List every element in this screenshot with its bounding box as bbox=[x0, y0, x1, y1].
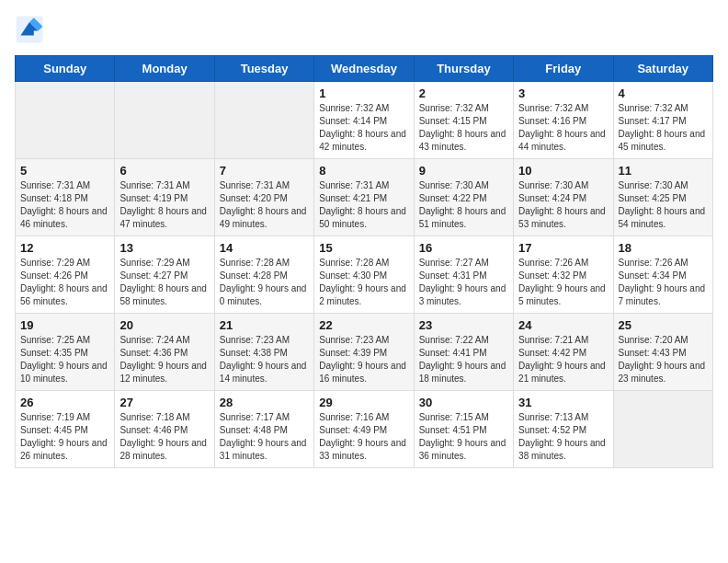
day-info: Sunrise: 7:18 AMSunset: 4:46 PMDaylight:… bbox=[119, 411, 209, 463]
calendar-cell: 30Sunrise: 7:15 AMSunset: 4:51 PMDayligh… bbox=[414, 391, 513, 468]
logo-icon bbox=[15, 15, 44, 44]
calendar-cell: 7Sunrise: 7:31 AMSunset: 4:20 PMDaylight… bbox=[214, 159, 313, 236]
day-info: Sunrise: 7:16 AMSunset: 4:49 PMDaylight:… bbox=[319, 411, 408, 463]
calendar-cell bbox=[613, 391, 712, 468]
day-info: Sunrise: 7:30 AMSunset: 4:25 PMDaylight:… bbox=[619, 179, 708, 231]
day-info: Sunrise: 7:30 AMSunset: 4:22 PMDaylight:… bbox=[419, 179, 508, 231]
day-number: 12 bbox=[20, 241, 109, 255]
calendar-cell: 6Sunrise: 7:31 AMSunset: 4:19 PMDaylight… bbox=[115, 159, 214, 236]
col-header-sunday: Sunday bbox=[16, 56, 115, 82]
calendar-cell: 22Sunrise: 7:23 AMSunset: 4:39 PMDayligh… bbox=[314, 314, 414, 391]
calendar-cell: 2Sunrise: 7:32 AMSunset: 4:15 PMDaylight… bbox=[414, 82, 513, 159]
calendar-cell: 27Sunrise: 7:18 AMSunset: 4:46 PMDayligh… bbox=[115, 391, 214, 468]
day-info: Sunrise: 7:13 AMSunset: 4:52 PMDaylight:… bbox=[518, 411, 608, 463]
day-info: Sunrise: 7:31 AMSunset: 4:21 PMDaylight:… bbox=[319, 179, 408, 231]
calendar-cell: 13Sunrise: 7:29 AMSunset: 4:27 PMDayligh… bbox=[115, 236, 214, 314]
calendar-cell: 17Sunrise: 7:26 AMSunset: 4:32 PMDayligh… bbox=[514, 236, 613, 314]
calendar-cell: 21Sunrise: 7:23 AMSunset: 4:38 PMDayligh… bbox=[214, 314, 313, 391]
col-header-friday: Friday bbox=[514, 56, 613, 82]
day-number: 18 bbox=[619, 241, 708, 255]
day-number: 7 bbox=[220, 164, 309, 178]
day-info: Sunrise: 7:31 AMSunset: 4:18 PMDaylight:… bbox=[20, 179, 109, 231]
calendar-cell: 5Sunrise: 7:31 AMSunset: 4:18 PMDaylight… bbox=[16, 159, 115, 236]
col-header-tuesday: Tuesday bbox=[214, 56, 313, 82]
day-number: 30 bbox=[419, 396, 508, 409]
logo bbox=[15, 15, 48, 44]
day-number: 31 bbox=[518, 396, 608, 409]
calendar-cell bbox=[16, 82, 115, 159]
day-info: Sunrise: 7:32 AMSunset: 4:14 PMDaylight:… bbox=[319, 102, 408, 154]
day-number: 26 bbox=[20, 396, 109, 409]
day-number: 25 bbox=[619, 318, 708, 332]
day-number: 8 bbox=[319, 164, 408, 178]
day-number: 21 bbox=[220, 318, 309, 332]
calendar-cell: 25Sunrise: 7:20 AMSunset: 4:43 PMDayligh… bbox=[613, 314, 712, 391]
calendar-cell: 4Sunrise: 7:32 AMSunset: 4:17 PMDaylight… bbox=[613, 82, 712, 159]
day-info: Sunrise: 7:30 AMSunset: 4:24 PMDaylight:… bbox=[518, 179, 608, 231]
col-header-wednesday: Wednesday bbox=[314, 56, 414, 82]
day-info: Sunrise: 7:26 AMSunset: 4:34 PMDaylight:… bbox=[619, 257, 708, 308]
day-number: 29 bbox=[319, 396, 408, 409]
calendar-cell: 16Sunrise: 7:27 AMSunset: 4:31 PMDayligh… bbox=[414, 236, 513, 314]
day-number: 14 bbox=[220, 241, 309, 255]
day-number: 10 bbox=[518, 164, 608, 178]
day-number: 6 bbox=[119, 164, 209, 178]
calendar-cell: 31Sunrise: 7:13 AMSunset: 4:52 PMDayligh… bbox=[514, 391, 613, 468]
day-info: Sunrise: 7:20 AMSunset: 4:43 PMDaylight:… bbox=[619, 334, 708, 385]
day-info: Sunrise: 7:32 AMSunset: 4:15 PMDaylight:… bbox=[419, 102, 508, 154]
day-info: Sunrise: 7:26 AMSunset: 4:32 PMDaylight:… bbox=[518, 257, 608, 308]
col-header-saturday: Saturday bbox=[613, 56, 712, 82]
calendar-cell bbox=[214, 82, 313, 159]
day-info: Sunrise: 7:28 AMSunset: 4:28 PMDaylight:… bbox=[220, 257, 309, 308]
calendar-cell bbox=[115, 82, 214, 159]
day-info: Sunrise: 7:32 AMSunset: 4:17 PMDaylight:… bbox=[619, 102, 708, 154]
day-info: Sunrise: 7:17 AMSunset: 4:48 PMDaylight:… bbox=[220, 411, 309, 463]
calendar-cell: 15Sunrise: 7:28 AMSunset: 4:30 PMDayligh… bbox=[314, 236, 414, 314]
day-number: 17 bbox=[518, 241, 608, 255]
calendar-cell: 19Sunrise: 7:25 AMSunset: 4:35 PMDayligh… bbox=[16, 314, 115, 391]
day-info: Sunrise: 7:25 AMSunset: 4:35 PMDaylight:… bbox=[20, 334, 109, 385]
calendar-cell: 24Sunrise: 7:21 AMSunset: 4:42 PMDayligh… bbox=[514, 314, 613, 391]
day-number: 22 bbox=[319, 318, 408, 332]
day-number: 3 bbox=[518, 86, 608, 100]
day-number: 9 bbox=[419, 164, 508, 178]
calendar-cell: 28Sunrise: 7:17 AMSunset: 4:48 PMDayligh… bbox=[214, 391, 313, 468]
day-number: 13 bbox=[119, 241, 209, 255]
calendar-cell: 23Sunrise: 7:22 AMSunset: 4:41 PMDayligh… bbox=[414, 314, 513, 391]
day-number: 5 bbox=[20, 164, 109, 178]
calendar-cell: 3Sunrise: 7:32 AMSunset: 4:16 PMDaylight… bbox=[514, 82, 613, 159]
calendar-cell: 12Sunrise: 7:29 AMSunset: 4:26 PMDayligh… bbox=[16, 236, 115, 314]
day-info: Sunrise: 7:21 AMSunset: 4:42 PMDaylight:… bbox=[518, 334, 608, 385]
day-number: 19 bbox=[20, 318, 109, 332]
day-number: 15 bbox=[319, 241, 408, 255]
day-number: 24 bbox=[518, 318, 608, 332]
calendar-cell: 9Sunrise: 7:30 AMSunset: 4:22 PMDaylight… bbox=[414, 159, 513, 236]
day-info: Sunrise: 7:24 AMSunset: 4:36 PMDaylight:… bbox=[119, 334, 209, 385]
day-info: Sunrise: 7:23 AMSunset: 4:39 PMDaylight:… bbox=[319, 334, 408, 385]
day-number: 23 bbox=[419, 318, 508, 332]
day-number: 1 bbox=[319, 86, 408, 100]
calendar-cell: 11Sunrise: 7:30 AMSunset: 4:25 PMDayligh… bbox=[613, 159, 712, 236]
day-number: 16 bbox=[419, 241, 508, 255]
day-info: Sunrise: 7:15 AMSunset: 4:51 PMDaylight:… bbox=[419, 411, 508, 463]
day-info: Sunrise: 7:32 AMSunset: 4:16 PMDaylight:… bbox=[518, 102, 608, 154]
page-header bbox=[15, 15, 713, 44]
day-number: 27 bbox=[119, 396, 209, 409]
calendar-cell: 8Sunrise: 7:31 AMSunset: 4:21 PMDaylight… bbox=[314, 159, 414, 236]
day-number: 28 bbox=[220, 396, 309, 409]
day-number: 20 bbox=[119, 318, 209, 332]
calendar-cell: 1Sunrise: 7:32 AMSunset: 4:14 PMDaylight… bbox=[314, 82, 414, 159]
calendar-cell: 10Sunrise: 7:30 AMSunset: 4:24 PMDayligh… bbox=[514, 159, 613, 236]
day-number: 2 bbox=[419, 86, 508, 100]
calendar-cell: 20Sunrise: 7:24 AMSunset: 4:36 PMDayligh… bbox=[115, 314, 214, 391]
calendar-cell: 26Sunrise: 7:19 AMSunset: 4:45 PMDayligh… bbox=[16, 391, 115, 468]
col-header-monday: Monday bbox=[115, 56, 214, 82]
calendar-cell: 14Sunrise: 7:28 AMSunset: 4:28 PMDayligh… bbox=[214, 236, 313, 314]
day-info: Sunrise: 7:29 AMSunset: 4:27 PMDaylight:… bbox=[119, 257, 209, 308]
day-info: Sunrise: 7:29 AMSunset: 4:26 PMDaylight:… bbox=[20, 257, 109, 308]
day-info: Sunrise: 7:27 AMSunset: 4:31 PMDaylight:… bbox=[419, 257, 508, 308]
calendar-cell: 18Sunrise: 7:26 AMSunset: 4:34 PMDayligh… bbox=[613, 236, 712, 314]
calendar-table: SundayMondayTuesdayWednesdayThursdayFrid… bbox=[15, 55, 713, 468]
col-header-thursday: Thursday bbox=[414, 56, 513, 82]
day-number: 4 bbox=[619, 86, 708, 100]
